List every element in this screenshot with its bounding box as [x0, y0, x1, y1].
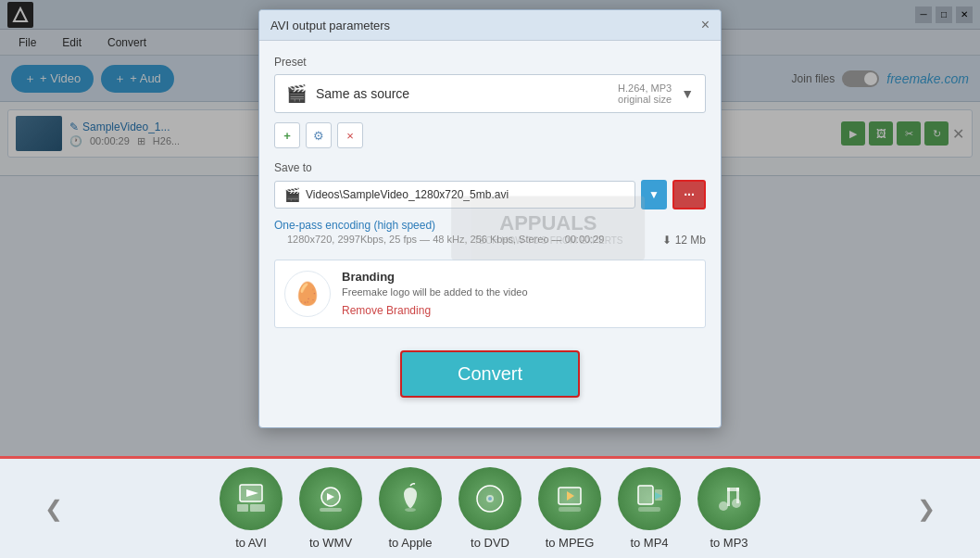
branding-egg-icon: 🥚 [294, 281, 321, 307]
apple-label: to Apple [389, 536, 433, 550]
save-input-icon: 🎬 [284, 187, 300, 202]
preset-dropdown-icon: ▼ [681, 86, 694, 101]
modal-body: Preset 🎬 Same as source H.264, MP3 origi… [259, 41, 721, 427]
preset-actions: + ⚙ × [274, 122, 706, 148]
encoding-details: 1280x720, 2997Kbps, 25 fps — 48 kHz, 256… [274, 234, 706, 245]
modal-overlay: AVI output parameters × Preset 🎬 Same as… [0, 0, 980, 456]
preset-detail-line1: H.264, MP3 [618, 82, 672, 94]
wmv-icon [299, 467, 362, 530]
branding-info: Branding Freemake logo will be added to … [342, 270, 528, 318]
save-dropdown-button[interactable]: ▼ [641, 180, 667, 209]
branding-icon: 🥚 [284, 271, 331, 317]
branding-section: 🥚 Branding Freemake logo will be added t… [274, 260, 706, 328]
preset-delete-button[interactable]: × [337, 122, 363, 148]
browse-dots-icon: ··· [684, 187, 695, 202]
svg-point-19 [719, 501, 728, 511]
convert-btn-container: Convert [274, 341, 706, 412]
next-arrow-button[interactable]: ❯ [910, 492, 943, 526]
convert-option-apple[interactable]: to Apple [379, 467, 442, 550]
svg-rect-4 [250, 504, 265, 512]
encoding-section: One-pass encoding (high speed) ⬇ 12 Mb 1… [274, 219, 706, 252]
download-icon: ⬇ [662, 234, 672, 247]
preset-select[interactable]: 🎬 Same as source H.264, MP3 original siz… [274, 74, 706, 113]
preset-film-icon: 🎬 [286, 83, 307, 104]
mp4-icon [618, 467, 681, 530]
mp4-label: to MP4 [630, 536, 668, 550]
preset-label: Preset [274, 56, 706, 69]
convert-option-wmv[interactable]: to WMV [299, 467, 362, 550]
modal-close-button[interactable]: × [701, 18, 710, 32]
modal-dialog: AVI output parameters × Preset 🎬 Same as… [258, 9, 722, 428]
modal-titlebar: AVI output parameters × [259, 10, 721, 41]
svg-rect-23 [736, 488, 739, 503]
svg-point-11 [488, 497, 492, 501]
remove-branding-link[interactable]: Remove Branding [342, 304, 431, 317]
svg-rect-3 [237, 504, 248, 512]
mp3-icon [697, 467, 760, 530]
save-path-text: Videos\SampleVideo_1280x720_5mb.avi [306, 188, 509, 201]
dvd-label: to DVD [471, 536, 509, 550]
avi-label: to AVI [235, 536, 267, 550]
file-size: 12 Mb [675, 234, 706, 247]
svg-point-8 [405, 508, 416, 512]
mpeg-icon [538, 467, 601, 530]
wmv-label: to WMV [309, 536, 352, 550]
svg-rect-18 [638, 507, 660, 512]
encoding-link[interactable]: One-pass encoding (high speed) [274, 219, 706, 232]
convert-options: to AVI to WMV [89, 467, 891, 550]
preset-detail-line2: original size [618, 94, 672, 105]
apple-icon [379, 467, 442, 530]
avi-icon [220, 467, 283, 530]
dvd-icon [459, 467, 521, 530]
preset-settings-button[interactable]: ⚙ [306, 122, 332, 148]
preset-name: Same as source [316, 86, 609, 101]
mp3-label: to MP3 [710, 536, 748, 550]
preset-detail: H.264, MP3 original size [618, 82, 672, 105]
prev-arrow-button[interactable]: ❮ [37, 492, 70, 526]
svg-rect-7 [320, 508, 342, 512]
branding-title: Branding [342, 270, 528, 284]
save-to-label: Save to [274, 161, 706, 174]
save-to-row: 🎬 Videos\SampleVideo_1280x720_5mb.avi ▼ … [274, 180, 706, 209]
convert-option-mp4[interactable]: to MP4 [618, 467, 681, 550]
convert-button[interactable]: Convert [400, 350, 580, 398]
modal-title: AVI output parameters [270, 19, 390, 32]
convert-option-avi[interactable]: to AVI [220, 467, 283, 550]
save-browse-button[interactable]: ··· [672, 180, 706, 209]
mpeg-label: to MPEG [546, 536, 595, 550]
convert-option-dvd[interactable]: to DVD [459, 467, 521, 550]
svg-rect-14 [559, 507, 581, 512]
preset-add-button[interactable]: + [274, 122, 300, 148]
save-path-input[interactable]: 🎬 Videos\SampleVideo_1280x720_5mb.avi [274, 181, 635, 209]
convert-option-mp3[interactable]: to MP3 [697, 467, 760, 550]
convert-option-mpeg[interactable]: to MPEG [538, 467, 601, 550]
svg-rect-15 [638, 486, 653, 504]
convert-bar: ❮ to AVI [0, 456, 980, 558]
app-window: ─ □ ✕ File Edit Convert ＋ + Video ＋ + Au… [0, 0, 980, 558]
branding-desc: Freemake logo will be added to the video [342, 286, 528, 298]
file-size-section: ⬇ 12 Mb [662, 234, 706, 247]
